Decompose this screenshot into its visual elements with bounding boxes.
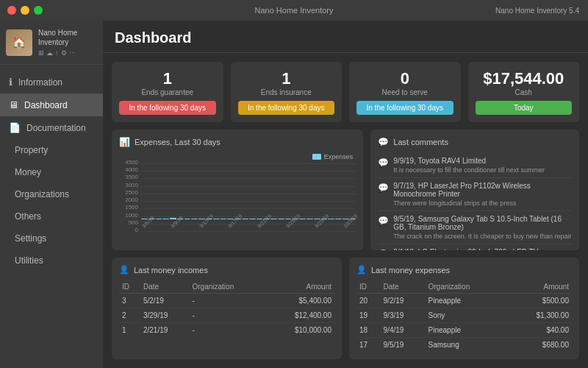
income-col-amount: Amount [266,280,334,294]
sidebar-item-money[interactable]: Money [0,161,103,183]
cell-id: 20 [356,294,381,308]
stat-insurance-label: Ends insurance [238,88,335,96]
table-row: 17 9/5/19 Samsung $680.00 [356,338,572,353]
sidebar-item-property[interactable]: Property [0,139,103,161]
sidebar-item-documentation[interactable]: 📄 Documentation [0,116,103,139]
icon3: ↑ [55,49,59,57]
comment-item: 💬 9/5/19, Samsung Galaxy Tab S 10.5-Inch… [378,211,572,244]
cell-date: 2/21/19 [140,323,190,338]
expense-table: ID Date Organization Amount 20 9/2/19 Pi… [356,280,572,352]
sidebar-item-organizations[interactable]: Organizations [0,183,103,205]
sidebar-item-utilities[interactable]: Utilities [0,250,103,272]
sidebar-item-settings[interactable]: Settings [0,227,103,250]
close-button[interactable] [7,6,16,15]
expense-col-id: ID [356,280,381,294]
cell-amount: $5,400.00 [266,294,334,308]
cell-amount: $1,300.00 [506,308,572,323]
documentation-icon: 📄 [9,122,21,133]
stat-guarantee: 1 Ends guarantee In the following 30 day… [112,62,223,122]
legend-label-expenses: Expenses [324,153,354,160]
income-table-panel: 👤 Last money incomes ID Date Organizatio… [112,258,342,359]
expense-icon: 👤 [356,265,367,275]
bottom-row: 👤 Last money incomes ID Date Organizatio… [112,258,579,359]
middle-row: 📊 Expenses, Last 30 days Expenses 450040… [112,130,579,250]
window-controls[interactable] [7,6,43,15]
comment-title: 9/7/19, HP LaserJet Pro P1102w Wireless … [393,182,572,198]
comments-panel: 💬 Last comments 💬 9/9/19, Toyota RAV4 Li… [370,130,579,250]
sidebar: 🏠 Nano Home Inventory ⊞ ☁ ↑ ⚙ ⋯ ℹ Inform… [0,21,103,368]
table-row: 19 9/3/19 Sony $1,300.00 [356,308,572,323]
stat-guarantee-number: 1 [119,69,216,88]
table-row: 2 3/29/19 - $12,400.00 [119,308,334,323]
expense-title-text: Last money expenses [371,266,450,275]
stats-row: 1 Ends guarantee In the following 30 day… [112,62,579,122]
table-row: 1 2/21/19 - $10,000.00 [119,323,334,338]
minimize-button[interactable] [21,6,29,15]
income-table: ID Date Organization Amount 3 5/2/19 - $… [119,280,334,337]
expense-col-org: Organization [426,280,506,294]
cell-date: 9/4/19 [381,323,426,338]
comment-text: The crack on the screen. It is cheaper t… [393,233,572,240]
comment-icon: 💬 [378,158,389,168]
cell-amount: $40.00 [506,323,572,338]
icon4: ⚙ [61,49,67,57]
stat-cash: $17,544.00 Cash Today [468,62,580,122]
comment-text: There were longitudinal strips at the pr… [393,199,572,207]
chart-panel: 📊 Expenses, Last 30 days Expenses 450040… [112,130,363,250]
sidebar-item-label: Settings [15,233,46,244]
sidebar-item-label: Others [15,211,41,222]
stat-serve-number: 0 [356,69,453,88]
table-row: 20 9/2/19 Pineapple $500.00 [356,294,572,308]
sidebar-app-name: Nano Home Inventory [38,28,97,47]
comment-title: 9/5/19, Samsung Galaxy Tab S 10.5-Inch T… [393,215,572,231]
sidebar-item-label: Property [15,145,48,155]
comment-item: 💬 9/1/19, LG Electronics 32-Inch 720p LE… [378,244,572,250]
income-col-id: ID [119,280,140,294]
stat-serve-label: Need to serve [356,88,453,96]
dashboard-content: 1 Ends guarantee In the following 30 day… [103,53,588,368]
sidebar-header: 🏠 Nano Home Inventory ⊞ ☁ ↑ ⚙ ⋯ [0,21,103,65]
expense-table-title: 👤 Last money expenses [356,265,572,275]
cell-id: 1 [119,323,140,338]
icon5: ⋯ [69,49,76,57]
icon2: ☁ [46,49,53,57]
expense-col-date: Date [381,280,426,294]
legend-color-expenses [312,154,321,160]
sidebar-item-label: Organizations [15,189,69,199]
cell-id: 18 [356,323,381,338]
comment-icon: 💬 [378,183,389,193]
cell-id: 2 [119,308,140,323]
cell-org: - [190,308,266,323]
chart-header: 📊 Expenses, Last 30 days [119,137,356,147]
sidebar-item-dashboard[interactable]: 🖥 Dashboard [0,93,103,116]
income-col-date: Date [140,280,190,294]
cell-org: - [190,294,266,308]
bar-chart: 4500400035003000250020001500100050009/5/… [119,163,356,243]
sidebar-item-others[interactable]: Others [0,205,103,227]
sidebar-item-information[interactable]: ℹ Information [0,71,103,93]
main-content: Dashboard 1 Ends guarantee In the follow… [103,21,588,368]
income-icon: 👤 [119,265,129,275]
chart-legend: Expenses [119,153,356,160]
cell-date: 9/3/19 [381,308,426,323]
information-icon: ℹ [9,77,12,88]
stat-guarantee-badge: In the following 30 days [119,101,216,115]
cell-date: 5/2/19 [140,294,190,308]
income-col-org: Organization [190,280,266,294]
avatar: 🏠 [6,29,32,56]
table-row: 18 9/4/19 Pineapple $40.00 [356,323,572,338]
stat-cash-badge: Today [476,101,573,115]
page-title: Dashboard [103,21,588,53]
dashboard-icon: 🖥 [9,99,18,110]
cell-org: Sony [426,308,506,323]
cell-id: 19 [356,308,381,323]
cell-amount: $500.00 [506,294,572,308]
maximize-button[interactable] [34,6,43,15]
sidebar-item-label: Documentation [26,123,86,133]
sidebar-item-label: Dashboard [24,100,68,110]
icon1: ⊞ [38,49,44,57]
comments-title: Last comments [393,138,448,146]
comment-icon: 💬 [378,216,389,226]
comment-title: 9/9/19, Toyota RAV4 Limited [393,157,545,165]
comment-item: 💬 9/9/19, Toyota RAV4 Limited It is nece… [378,153,572,178]
